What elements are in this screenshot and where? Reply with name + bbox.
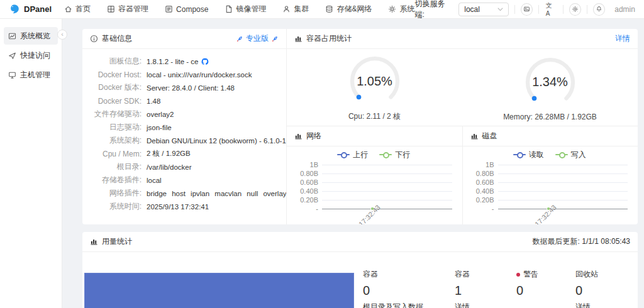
image-icon	[225, 5, 233, 13]
network-title-wrap: 网络	[294, 131, 321, 141]
line-marker-icon	[379, 151, 392, 158]
legend-label: 下行	[395, 150, 410, 160]
sidebar-item-overview[interactable]: 系统概览	[4, 27, 58, 45]
legend-label: 上行	[353, 150, 368, 160]
pro-version-link[interactable]: 专业版	[236, 33, 279, 44]
bar-chart-icon	[294, 132, 303, 140]
legend-item-write[interactable]: 写入	[555, 150, 586, 160]
info-row-cpu-mem: Cpu / Mem: 2 核 / 1.92GB	[82, 147, 286, 160]
nav-item-storage-network[interactable]: 存储&网络	[325, 4, 372, 14]
disk-title-wrap: 磁盘	[470, 131, 497, 141]
notification-button[interactable]	[593, 3, 605, 16]
stat-recycle-bin: 回收站 0 详情	[575, 269, 630, 308]
x-tick-label: 17:32:43	[533, 204, 558, 224]
network-header: 网络	[287, 126, 462, 146]
overview-card: 基础信息 专业版 面板信息: 1.8.1.2 - lite - ce	[82, 29, 638, 224]
sidebar-collapse-button[interactable]: ‹	[57, 30, 67, 40]
translate-button[interactable]: 文A	[545, 1, 557, 17]
gridline	[322, 165, 452, 165]
nav-item-system[interactable]: 系统	[388, 4, 414, 14]
disk-usage-treemap-block[interactable]	[84, 273, 354, 308]
app-logo[interactable]: DPanel	[9, 4, 52, 15]
sidebar-item-label: 系统概览	[20, 31, 50, 41]
nav-item-label: 集群	[294, 4, 309, 14]
info-row-root-dir: 根目录: /var/lib/docker	[82, 160, 286, 173]
usage-stats-card: 用量统计 数据最后更新: 1/1/1 08:05:43 容器 0 根目录及写入数…	[82, 232, 638, 308]
sidebar-item-label: 快捷访问	[20, 50, 50, 61]
warning-dot-icon	[516, 273, 520, 277]
user-menu[interactable]: admin	[614, 5, 635, 14]
memory-gauge-label: Memory: 26.28MB / 1.92GB	[503, 113, 597, 121]
stat-containers-count: 容器 1 详情	[455, 269, 516, 308]
nav-item-containers[interactable]: 容器管理	[107, 4, 148, 14]
stat-value: 1	[455, 283, 516, 298]
x-axis-line	[498, 209, 628, 209]
sidebar-item-label: 主机管理	[20, 70, 50, 80]
overview-chart-icon	[8, 32, 16, 40]
nav-item-compose[interactable]: Compose	[165, 5, 208, 14]
network-legend: 上行 下行	[293, 149, 455, 160]
home-icon	[64, 5, 72, 13]
info-value: 2025/9/13 17:32:41	[147, 203, 209, 211]
sidebar-item-quick-access[interactable]: 快捷访问	[4, 47, 58, 64]
github-icon[interactable]	[201, 58, 209, 65]
info-value: 1.8.1.2 - lite - ce	[147, 58, 209, 65]
info-row-volume-plugin: 存储卷插件: local	[82, 173, 286, 187]
stat-value: 0	[575, 283, 630, 298]
usage-stats-area: 容器 0 根目录及写入数据 容器 1 详情 警告	[354, 252, 638, 308]
gear-icon	[572, 6, 579, 13]
disk-header: 磁盘	[463, 126, 638, 146]
y-tick: 0.80B	[293, 170, 318, 177]
nav-item-home[interactable]: 首页	[64, 4, 91, 14]
legend-item-read[interactable]: 读取	[513, 150, 544, 160]
info-value: 1.48	[147, 97, 160, 105]
legend-item-up[interactable]: 上行	[337, 150, 368, 160]
nav-item-label: 容器管理	[118, 4, 148, 14]
legend-label: 读取	[529, 150, 544, 160]
stat-detail-link[interactable]: 详情	[575, 302, 630, 308]
info-row-docker-sdk: Docker SDK: 1.48	[82, 94, 286, 107]
server-select[interactable]: local	[458, 3, 508, 16]
translate-icon: 文A	[546, 2, 552, 17]
stat-detail-link[interactable]: 详情	[455, 302, 516, 308]
container-icon	[107, 5, 115, 13]
pro-badge-label: 专业版	[246, 33, 269, 44]
container-usage-detail-link[interactable]: 详情	[615, 33, 630, 44]
stat-label-wrap: 警告	[516, 269, 575, 280]
y-tick: 0.60B	[469, 179, 494, 186]
stat-value: 0	[516, 283, 575, 298]
screenshot-button[interactable]	[521, 3, 533, 16]
legend-item-down[interactable]: 下行	[379, 150, 410, 160]
disk-panel: 磁盘 读取 写入	[463, 126, 638, 224]
monitor-icon	[8, 71, 16, 79]
divider	[538, 5, 539, 14]
info-label: 面板信息:	[82, 56, 142, 67]
info-value: /var/lib/docker	[147, 163, 192, 171]
info-value: local	[147, 177, 162, 184]
nav-item-images[interactable]: 镜像管理	[225, 4, 266, 14]
panel-title: 用量统计	[102, 236, 132, 247]
legend-label: 写入	[571, 150, 586, 160]
basic-info-header: 基础信息 专业版	[82, 29, 286, 49]
container-usage-title-wrap: 容器占用统计	[294, 33, 352, 44]
line-marker-icon	[513, 151, 526, 158]
info-label: 网络插件:	[82, 188, 142, 199]
panel-title: 容器占用统计	[306, 33, 352, 44]
cpu-percent: 1.05%	[347, 53, 403, 109]
y-tick: -	[469, 205, 494, 212]
settings-button[interactable]	[569, 3, 581, 16]
stat-warnings: 警告 0	[516, 269, 575, 308]
y-tick: -	[293, 205, 318, 212]
gridline	[322, 200, 452, 201]
navbar-right: 切换服务端: local 文A admin	[414, 0, 635, 20]
nav-item-cluster[interactable]: 集群	[282, 4, 309, 14]
info-value: local - unix:///var/run/docker.sock	[147, 71, 252, 79]
gridline	[322, 182, 452, 183]
nav-item-label: 系统	[399, 4, 414, 14]
gridline	[322, 191, 452, 192]
sidebar-item-host-manage[interactable]: 主机管理	[4, 66, 58, 84]
network-panel: 网络 上行 下行	[287, 126, 463, 224]
nav-item-label: Compose	[176, 5, 208, 14]
rocket-icon	[236, 35, 243, 43]
basic-info-title-wrap: 基础信息	[90, 33, 132, 44]
